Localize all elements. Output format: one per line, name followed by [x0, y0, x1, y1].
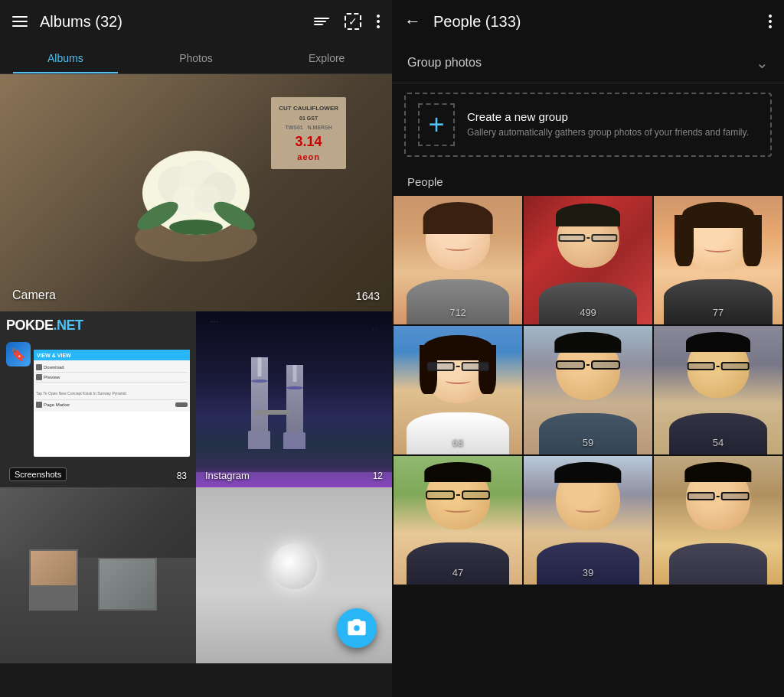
group-photos-label: Group photos — [407, 56, 756, 70]
person-bg-5 — [654, 326, 782, 454]
person-bg-7 — [524, 456, 652, 585]
person-card-3[interactable]: 68 — [394, 326, 522, 454]
person-bg-6 — [394, 456, 522, 585]
album-instagram-label: Instagram — [205, 470, 250, 481]
menu-icon[interactable] — [12, 16, 28, 27]
select-all-icon[interactable]: ✓ — [345, 13, 361, 30]
person-bg-0 — [394, 196, 522, 324]
create-group-desc: Gallery automatically gathers group phot… — [467, 126, 758, 139]
bridge — [255, 410, 290, 415]
svg-point-9 — [169, 220, 223, 235]
right-panel-title: People (133) — [433, 13, 769, 31]
left-panel: Albums (32) ✓ Albums Photos Explo — [0, 0, 392, 697]
tower-left — [251, 357, 268, 449]
price-tag: CUT CAULIFLOWER 01 GST TWS01 N.MERSH 3.1… — [271, 97, 346, 169]
group-photos-chevron: ⌄ — [756, 54, 769, 72]
plus-icon-container: + — [418, 106, 455, 143]
group-photos-header[interactable]: Group photos ⌄ — [392, 43, 784, 83]
app-icon-blue: 🔖 — [6, 342, 31, 366]
person-card-6[interactable]: 47 — [394, 456, 522, 585]
album-screenshots-label: Screenshots — [9, 467, 67, 481]
person-bg-8 — [654, 456, 782, 585]
albums-row-2: POKDE.NET 🔖 VIEW & VIEW — [0, 311, 392, 487]
album-camera-count: 1643 — [356, 290, 380, 302]
sort-icon[interactable] — [314, 18, 329, 25]
moon — [271, 543, 317, 589]
albums-row-3 — [0, 487, 392, 663]
header-icons: ✓ — [314, 13, 380, 30]
create-group-box[interactable]: + Create a new group Gallery automatical… — [404, 93, 772, 157]
left-header: Albums (32) ✓ — [0, 0, 392, 43]
right-header: ← People (133) — [392, 0, 784, 43]
cauliflower-svg — [119, 116, 273, 269]
bottom-spacer — [392, 586, 784, 601]
ham-line-1 — [12, 16, 28, 18]
album-camera-label: Camera — [12, 288, 56, 302]
album-instagram-count: 12 — [373, 471, 383, 481]
album-instagram[interactable]: · · · · · — [196, 311, 392, 487]
person-card-0[interactable]: 712 — [394, 196, 522, 324]
tab-explore[interactable]: Explore — [261, 43, 392, 73]
screenshots-bg: POKDE.NET 🔖 VIEW & VIEW — [0, 311, 196, 487]
right-content: Group photos ⌄ + Create a new group Gall… — [392, 43, 784, 697]
album-screenshots[interactable]: POKDE.NET 🔖 VIEW & VIEW — [0, 311, 196, 487]
person-count-6: 47 — [452, 567, 463, 578]
person-bg-1 — [524, 196, 652, 324]
ham-line-3 — [12, 25, 28, 27]
person-count-0: 712 — [449, 307, 466, 318]
person-count-7: 39 — [583, 567, 593, 578]
right-panel: ← People (133) Group photos ⌄ + Create a… — [392, 0, 784, 697]
person-count-1: 499 — [580, 307, 596, 318]
people-section-label: People — [392, 166, 784, 194]
create-group-info: Create a new group Gallery automatically… — [467, 110, 758, 139]
person-card-4[interactable]: 59 — [524, 326, 652, 454]
people-more-icon[interactable] — [769, 15, 772, 28]
left-panel-title: Albums (32) — [40, 13, 314, 31]
screenshot-sim: VIEW & VIEW Download Preview — [34, 350, 190, 457]
person-card-2[interactable]: 77 — [654, 196, 782, 324]
albums-grid: CUT CAULIFLOWER 01 GST TWS01 N.MERSH 3.1… — [0, 74, 392, 697]
plus-icon: + — [428, 111, 444, 138]
person-count-5: 54 — [713, 437, 724, 448]
album-screenshots-count: 83 — [177, 471, 187, 481]
people-grid: 712 499 — [392, 194, 784, 586]
more-icon[interactable] — [377, 15, 380, 28]
person-card-1[interactable]: 499 — [524, 196, 652, 324]
camera-fab-icon — [346, 617, 368, 639]
person-count-4: 59 — [583, 437, 593, 448]
pokde-logo: POKDE.NET — [6, 318, 83, 334]
album-camera[interactable]: CUT CAULIFLOWER 01 GST TWS01 N.MERSH 3.1… — [0, 74, 392, 311]
create-group-title: Create a new group — [467, 110, 758, 123]
person-bg-4 — [524, 326, 652, 454]
camera-fab-button[interactable] — [337, 608, 377, 648]
album-sky[interactable] — [196, 487, 392, 663]
person-bg-2 — [654, 196, 782, 324]
ham-line-2 — [12, 21, 28, 22]
person-card-7[interactable]: 39 — [524, 456, 652, 585]
back-button[interactable]: ← — [404, 11, 421, 31]
person-bg-3 — [394, 326, 522, 454]
person-card-8[interactable] — [654, 456, 782, 585]
person-card-5[interactable]: 54 — [654, 326, 782, 454]
tab-photos[interactable]: Photos — [131, 43, 262, 73]
person-count-3: 68 — [452, 437, 463, 448]
album-interior[interactable] — [0, 487, 196, 663]
kl-towers-bg: · · · · · — [196, 311, 392, 487]
tower-right — [286, 365, 303, 449]
tab-albums[interactable]: Albums — [0, 43, 131, 73]
interior-bg — [0, 487, 196, 663]
tabs-bar: Albums Photos Explore — [0, 43, 392, 74]
person-count-2: 77 — [713, 307, 724, 318]
plus-dashed-border: + — [418, 103, 455, 146]
